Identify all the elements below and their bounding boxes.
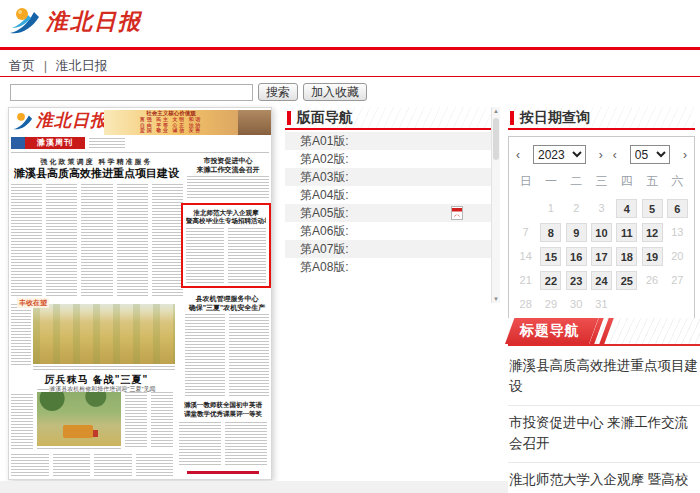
calendar-day[interactable]: 17 xyxy=(589,246,614,267)
pdf-icon[interactable] xyxy=(451,206,463,223)
weekday-cell: 六 xyxy=(665,172,690,190)
body-text-columns xyxy=(11,184,183,298)
breadcrumb-home-link[interactable]: 首页 xyxy=(9,58,35,73)
prev-year-arrow[interactable]: ‹ xyxy=(513,148,523,162)
weekday-cell: 一 xyxy=(538,172,563,190)
core-values-rows: 富强 民主 文明 和谐自由 平等 公正 法治爱国 敬业 诚信 友善 xyxy=(104,117,238,134)
logo-swoosh-icon xyxy=(8,6,42,38)
title-nav-item[interactable]: 市投资促进中心 来濉工作交流会召开 xyxy=(508,406,700,463)
calendar-day[interactable]: 19 xyxy=(639,246,664,267)
calendar-day: 20 xyxy=(665,246,690,267)
search-button[interactable]: 搜索 xyxy=(258,83,298,101)
great-wall-image xyxy=(238,110,271,135)
calendar-day[interactable]: 22 xyxy=(538,270,563,291)
page-nav-list: 第A01版: 第A02版: xyxy=(285,132,491,276)
page-row[interactable]: 第A01版: xyxy=(285,132,491,150)
weekly-banner: 濉溪周刊 xyxy=(25,137,85,149)
selected-article-box[interactable]: 淮北师范大学入企观摩 暨高校毕业生专场招聘活动举行 xyxy=(181,203,271,288)
search-bar: 搜索 加入收藏 xyxy=(10,83,367,101)
bottom-left-column xyxy=(11,394,33,450)
red-bar-icon xyxy=(510,111,514,125)
scroll-thumb[interactable] xyxy=(493,118,499,160)
page-nav-panel: 版面导航 第A01版: 第A02版: xyxy=(285,107,500,303)
page-row-label: 第A03版: xyxy=(300,169,349,186)
wheat-field-photo xyxy=(33,304,175,364)
calendar-day[interactable]: 12 xyxy=(639,222,664,243)
page-row[interactable]: 第A02版: xyxy=(285,150,491,168)
title-nav-list: 濉溪县高质高效推进重点项目建设 市投资促进中心 来濉工作交流会召开 淮北师范大学… xyxy=(508,349,700,493)
bottom-wide-columns xyxy=(11,454,173,476)
scroll-down-icon[interactable]: ▼ xyxy=(492,296,500,302)
epaper-page: 淮北日报 首页 | 淮北日报 搜索 加入收藏 淮北日报 濉溪周刊 社会主义核心价… xyxy=(0,0,700,493)
date-query-panel: 按日期查询 ‹ 2023 › ‹ 05 › 日一二三四五六 xyxy=(508,107,695,326)
page-row[interactable]: 第A03版: xyxy=(285,168,491,186)
prev-month-arrow[interactable]: ‹ xyxy=(610,148,620,162)
page-row[interactable]: 第A07版: xyxy=(285,240,491,258)
teacher-article-text xyxy=(179,422,267,466)
bottom-red-bar xyxy=(187,471,259,474)
newspaper-weekly-band: 濉溪周刊 xyxy=(11,137,125,149)
selected-article-text xyxy=(186,228,266,284)
weekday-row: 日一二三四五六 xyxy=(513,172,690,190)
main-headline: 濉溪县高质高效推进重点项目建设 xyxy=(10,166,183,181)
calendar-day: 31 xyxy=(589,294,614,315)
calendar-day[interactable]: 23 xyxy=(564,270,589,291)
breadcrumb-divider xyxy=(0,76,700,77)
add-favorite-button[interactable]: 加入收藏 xyxy=(303,83,367,101)
calendar-day xyxy=(665,294,690,315)
calendar-day[interactable]: 24 xyxy=(589,270,614,291)
calendar-day[interactable]: 6 xyxy=(665,198,690,219)
newspaper-masthead: 淮北日报 xyxy=(36,109,108,132)
weekly-blue-block xyxy=(11,137,25,149)
core-values-row: 爱国 敬业 诚信 友善 xyxy=(104,128,238,134)
calendar-day[interactable]: 10 xyxy=(589,222,614,243)
calendar-day: 3 xyxy=(589,198,614,219)
calendar-day: 30 xyxy=(564,294,589,315)
left-narrow-column xyxy=(11,304,31,366)
breadcrumb-current: 淮北日报 xyxy=(56,58,108,73)
page-row[interactable]: 第A05版: xyxy=(285,204,491,222)
calendar-nav: ‹ 2023 › ‹ 05 › xyxy=(513,145,690,164)
site-logo[interactable]: 淮北日报 xyxy=(8,6,142,38)
calendar-day[interactable]: 11 xyxy=(614,222,639,243)
selected-article-headline-2: 暨高校毕业生专场招聘活动举行 xyxy=(186,217,266,225)
calendar-day: 28 xyxy=(513,294,538,315)
calendar-day[interactable]: 15 xyxy=(538,246,563,267)
calendar-day[interactable]: 16 xyxy=(564,246,589,267)
calendar-day[interactable]: 25 xyxy=(614,270,639,291)
selected-article-headline-1: 淮北师范大学入企观摩 xyxy=(186,209,266,217)
header-divider xyxy=(0,47,700,50)
red-bar-icon xyxy=(287,111,291,125)
page-row[interactable]: 第A06版: xyxy=(285,222,491,240)
search-input[interactable] xyxy=(10,84,253,101)
weekday-cell: 日 xyxy=(513,172,538,190)
core-values-banner: 社会主义核心价值观 富强 民主 文明 和谐自由 平等 公正 法治爱国 敬业 诚信… xyxy=(104,110,238,135)
calendar-day xyxy=(513,198,538,219)
next-year-arrow[interactable]: › xyxy=(596,148,606,162)
title-nav-item[interactable]: 淮北师范大学入企观摩 暨高校毕业生专场招聘活动举行 xyxy=(508,463,700,493)
calendar-day[interactable]: 5 xyxy=(639,198,664,219)
calendar-day xyxy=(639,294,664,315)
calendar-day: 21 xyxy=(513,270,538,291)
calendar-day[interactable]: 4 xyxy=(614,198,639,219)
scroll-up-icon[interactable]: ▲ xyxy=(492,108,500,114)
newspaper-preview[interactable]: 淮北日报 濉溪周刊 社会主义核心价值观 富强 民主 文明 和谐自由 平等 公正 … xyxy=(8,107,272,480)
bottom-middle-columns xyxy=(125,392,173,448)
page-row[interactable]: 第A04版: xyxy=(285,186,491,204)
month-select[interactable]: 05 xyxy=(630,145,670,164)
title-nav-item[interactable]: 濉溪县高质高效推进重点项目建设 xyxy=(508,349,700,406)
calendar-day: 1 xyxy=(538,198,563,219)
teacher-award-headline: 濉溪一教师获全国初中英语 课堂教学优秀课展评一等奖 xyxy=(179,401,267,418)
page-row-label: 第A07版: xyxy=(300,241,349,258)
year-select[interactable]: 2023 xyxy=(533,145,586,164)
next-month-arrow[interactable]: › xyxy=(680,148,690,162)
calendar-day[interactable]: 9 xyxy=(564,222,589,243)
page-row[interactable]: 第A08版: xyxy=(285,258,491,276)
date-query-title: 按日期查询 xyxy=(520,109,590,127)
breadcrumb-separator: | xyxy=(44,58,47,73)
page-row-label: 第A05版: xyxy=(300,205,349,222)
calendar-day: 13 xyxy=(665,222,690,243)
page-nav-scrollbar[interactable]: ▲ ▼ xyxy=(491,107,500,303)
calendar-day[interactable]: 18 xyxy=(614,246,639,267)
calendar-day[interactable]: 8 xyxy=(538,222,563,243)
